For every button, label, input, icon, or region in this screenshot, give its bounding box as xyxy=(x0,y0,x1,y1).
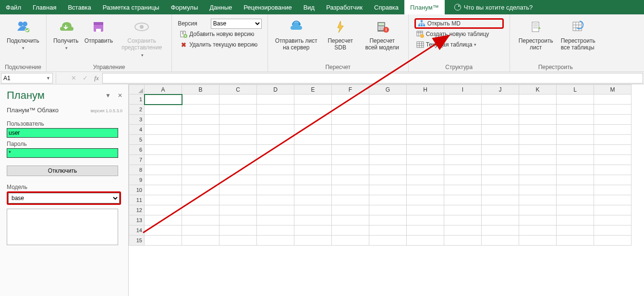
cell-H7[interactable] xyxy=(407,155,444,165)
cell-I10[interactable] xyxy=(444,185,482,195)
cell-F2[interactable] xyxy=(332,105,369,115)
cell-H11[interactable] xyxy=(407,195,444,205)
spreadsheet-grid[interactable]: ABCDEFGHIJKLM 123456789101112131415 xyxy=(129,84,644,296)
row-header-7[interactable]: 7 xyxy=(129,155,145,165)
cell-K8[interactable] xyxy=(519,165,557,175)
cell-G2[interactable] xyxy=(369,105,407,115)
rebuild-sheet-button[interactable]: Перестроить лист xyxy=(514,16,558,51)
cell-F4[interactable] xyxy=(332,125,369,135)
cell-B3[interactable] xyxy=(182,115,219,125)
cell-G5[interactable] xyxy=(369,135,407,145)
menu-вид[interactable]: Вид xyxy=(298,0,321,14)
cell-E12[interactable] xyxy=(294,205,332,215)
cell-K4[interactable] xyxy=(519,125,557,135)
cell-I11[interactable] xyxy=(444,195,482,205)
cell-A11[interactable] xyxy=(145,195,182,205)
cell-J3[interactable] xyxy=(482,115,519,125)
cell-L8[interactable] xyxy=(557,165,594,175)
row-header-13[interactable]: 13 xyxy=(129,215,145,225)
cell-B4[interactable] xyxy=(182,125,219,135)
cell-H13[interactable] xyxy=(407,215,444,225)
cell-L10[interactable] xyxy=(557,185,594,195)
cell-K15[interactable] xyxy=(519,236,557,246)
cell-F1[interactable] xyxy=(332,95,369,105)
cell-B9[interactable] xyxy=(182,175,219,185)
cell-G1[interactable] xyxy=(369,95,407,105)
cell-A1[interactable] xyxy=(145,95,182,105)
cell-M2[interactable] xyxy=(594,105,632,115)
row-header-4[interactable]: 4 xyxy=(129,125,145,135)
cell-C1[interactable] xyxy=(219,95,257,105)
row-header-6[interactable]: 6 xyxy=(129,145,145,155)
cell-A2[interactable] xyxy=(145,105,182,115)
cell-G15[interactable] xyxy=(369,236,407,246)
cell-H10[interactable] xyxy=(407,185,444,195)
row-header-3[interactable]: 3 xyxy=(129,115,145,125)
cell-M3[interactable] xyxy=(594,115,632,125)
cell-A3[interactable] xyxy=(145,115,182,125)
cell-G11[interactable] xyxy=(369,195,407,205)
cell-B2[interactable] xyxy=(182,105,219,115)
cell-I3[interactable] xyxy=(444,115,482,125)
cell-D6[interactable] xyxy=(257,145,294,155)
cell-K10[interactable] xyxy=(519,185,557,195)
cell-C14[interactable] xyxy=(219,225,257,236)
cell-B11[interactable] xyxy=(182,195,219,205)
rebuild-all-button[interactable]: Перестроить все таблицы xyxy=(558,16,597,51)
cell-F9[interactable] xyxy=(332,175,369,185)
cell-C15[interactable] xyxy=(219,236,257,246)
col-header-K[interactable]: K xyxy=(519,85,557,95)
recalc-sdb-button[interactable]: Пересчет SDB xyxy=(321,16,360,51)
cell-G3[interactable] xyxy=(369,115,407,125)
cell-L15[interactable] xyxy=(557,236,594,246)
cell-J10[interactable] xyxy=(482,185,519,195)
send-sheet-button[interactable]: Отправить лист на сервер xyxy=(272,16,321,51)
cell-B10[interactable] xyxy=(182,185,219,195)
cell-J7[interactable] xyxy=(482,155,519,165)
cell-C2[interactable] xyxy=(219,105,257,115)
connect-button[interactable]: Подключить xyxy=(4,16,42,51)
cell-K1[interactable] xyxy=(519,95,557,105)
cell-M13[interactable] xyxy=(594,215,632,225)
col-header-B[interactable]: B xyxy=(182,85,219,95)
cell-B6[interactable] xyxy=(182,145,219,155)
cell-C11[interactable] xyxy=(219,195,257,205)
cell-D11[interactable] xyxy=(257,195,294,205)
cell-F12[interactable] xyxy=(332,205,369,215)
cell-H5[interactable] xyxy=(407,135,444,145)
cell-I13[interactable] xyxy=(444,215,482,225)
cell-E10[interactable] xyxy=(294,185,332,195)
cell-H12[interactable] xyxy=(407,205,444,215)
menu-разработчик[interactable]: Разработчик xyxy=(320,0,368,14)
cell-H1[interactable] xyxy=(407,95,444,105)
col-header-J[interactable]: J xyxy=(482,85,519,95)
cell-J1[interactable] xyxy=(482,95,519,105)
accept-formula-button[interactable]: ✓ xyxy=(79,74,91,82)
cell-F7[interactable] xyxy=(332,155,369,165)
row-header-15[interactable]: 15 xyxy=(129,236,145,246)
cell-C9[interactable] xyxy=(219,175,257,185)
cell-M10[interactable] xyxy=(594,185,632,195)
cell-A13[interactable] xyxy=(145,215,182,225)
cell-L1[interactable] xyxy=(557,95,594,105)
cell-M1[interactable] xyxy=(594,95,632,105)
row-header-2[interactable]: 2 xyxy=(129,105,145,115)
cell-E15[interactable] xyxy=(294,236,332,246)
cell-E3[interactable] xyxy=(294,115,332,125)
cell-L6[interactable] xyxy=(557,145,594,155)
cell-I12[interactable] xyxy=(444,205,482,215)
cell-F15[interactable] xyxy=(332,236,369,246)
cell-M6[interactable] xyxy=(594,145,632,155)
cell-D4[interactable] xyxy=(257,125,294,135)
delete-version-button[interactable]: ✖ Удалить текущую версию xyxy=(178,39,262,50)
user-input[interactable] xyxy=(7,128,118,138)
cell-L3[interactable] xyxy=(557,115,594,125)
cell-L5[interactable] xyxy=(557,135,594,145)
cell-B8[interactable] xyxy=(182,165,219,175)
cell-A10[interactable] xyxy=(145,185,182,195)
cell-K12[interactable] xyxy=(519,205,557,215)
send-button[interactable]: Отправить xyxy=(82,16,116,44)
menu-формулы[interactable]: Формулы xyxy=(165,0,204,14)
cell-G10[interactable] xyxy=(369,185,407,195)
cell-K13[interactable] xyxy=(519,215,557,225)
